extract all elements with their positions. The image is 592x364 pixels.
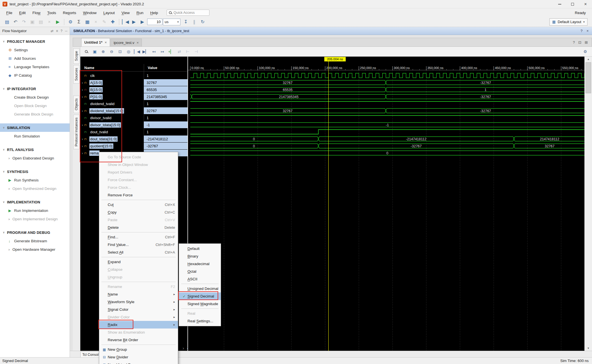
settings-gear-icon[interactable]: ⚙ <box>67 18 74 26</box>
zoom-to-cursor-icon[interactable]: ◎ <box>125 48 132 56</box>
scrollbar-thumb[interactable] <box>586 62 591 93</box>
close-window-button[interactable]: × <box>579 0 592 8</box>
wave-settings-gear-icon[interactable]: ⚙ <box>581 48 589 56</box>
fn-header-project-manager[interactable]: ∨PROJECT MANAGER <box>0 37 70 46</box>
close-tab-icon[interactable]: × <box>105 40 107 45</box>
signal-value-cell[interactable]: 1 <box>144 114 187 121</box>
menu-reports[interactable]: Reports <box>59 10 79 16</box>
fn-item-ip-catalog[interactable]: ◆IP Catalog <box>0 71 70 79</box>
restart-sim-button[interactable]: ▏◀ <box>122 18 129 26</box>
menu-view[interactable]: View <box>118 10 133 16</box>
fn-item-language-templates[interactable]: ≡Language Templates <box>0 63 70 71</box>
signal-value-cell[interactable]: 1 <box>144 128 187 136</box>
snap-left-icon[interactable]: ⊢ <box>184 48 192 56</box>
menu-item-reverse-bit-order[interactable]: Reverse Bit Order <box>99 336 178 344</box>
undo-icon[interactable]: ↶ <box>12 18 19 26</box>
fn-item-add-sources[interactable]: ⊞Add Sources <box>0 54 70 63</box>
maximize-panel-icon[interactable]: ⊞ <box>585 40 588 45</box>
save-waveform-icon[interactable]: ▣ <box>91 48 99 56</box>
signal-value-cell[interactable]: 32767 <box>144 79 187 86</box>
delete-icon[interactable]: × <box>45 18 53 26</box>
copy-icon[interactable]: ▣ <box>28 18 36 26</box>
menu-item-octal[interactable]: Octal <box>179 268 221 275</box>
scroll-left-icon[interactable]: ‹ <box>187 346 188 350</box>
probe-icon[interactable]: ✚ <box>109 18 117 26</box>
tab-ipcore-test-v[interactable]: ipcore_test.v× <box>111 39 142 46</box>
side-tab-protocol-instances[interactable]: Protocol Instances <box>73 115 79 149</box>
menu-item-force-clock[interactable]: Force Clock... <box>99 184 178 191</box>
run-all-button[interactable]: ▶ <box>130 18 138 26</box>
swap-cursors-icon[interactable]: ⇄ <box>175 48 183 56</box>
menu-item-name[interactable]: Name▸ <box>99 290 178 298</box>
menu-item-ungroup[interactable]: Ungroup <box>99 273 178 281</box>
paste-icon[interactable]: ▤ <box>37 18 45 26</box>
fn-item-open-synthesized-design[interactable]: ›Open Synthesized Design <box>0 184 70 193</box>
float-window-icon[interactable]: ⊡ <box>578 40 581 45</box>
layout-select[interactable]: ▦ Default Layout ▾ <box>549 18 587 26</box>
menu-item-paste[interactable]: PasteCtrl+V <box>99 216 178 224</box>
collapse-all-icon[interactable]: ≡ <box>56 29 58 33</box>
menu-file[interactable]: File <box>3 10 16 16</box>
dock-icon[interactable]: ⇄ <box>51 29 54 33</box>
menu-help[interactable]: Help <box>147 10 162 16</box>
menu-item-delete[interactable]: DeleteDelete <box>99 224 178 231</box>
menu-item-rename[interactable]: RenameF2 <box>99 283 178 290</box>
fn-item-generate-bitstream[interactable]: ↓Generate Bitstream <box>0 237 70 245</box>
fn-item-settings[interactable]: ⚙Settings <box>0 46 70 54</box>
help-icon[interactable]: ? <box>580 29 582 33</box>
fn-item-run-synthesis[interactable]: ▶Run Synthesis <box>0 176 70 184</box>
menu-item-waveform-style[interactable]: Waveform Style▸ <box>99 298 178 306</box>
fn-item-run-implementation[interactable]: ▶Run Implementation <box>0 206 70 215</box>
menu-item-hexadecimal[interactable]: Hexadecimal <box>179 260 221 268</box>
relaunch-sim-button[interactable]: ↻ <box>199 18 207 26</box>
menu-item-select-all[interactable]: Select AllCtrl+A <box>99 248 178 256</box>
menu-run[interactable]: Run <box>133 10 147 16</box>
menu-layout[interactable]: Layout <box>100 10 118 16</box>
minimize-window-button[interactable] <box>553 0 566 8</box>
redo-icon[interactable]: ↷ <box>20 18 28 26</box>
signal-value-cell[interactable]: 1 <box>144 100 187 107</box>
zoom-out-icon[interactable]: ⊖ <box>108 48 116 56</box>
sim-run-time-input[interactable] <box>147 19 162 25</box>
menu-item-expand[interactable]: Expand <box>99 258 178 266</box>
scroll-right-icon[interactable]: › <box>183 346 184 350</box>
value-column-header[interactable]: Value <box>144 66 157 70</box>
fn-header-simulation[interactable]: ∨SIMULATION <box>0 123 70 132</box>
fn-header-implementation[interactable]: ∨IMPLEMENTATION <box>0 198 70 206</box>
fn-header-synthesis[interactable]: ∨SYNTHESIS <box>0 167 70 176</box>
run-for-time-button[interactable]: ▶ <box>138 18 146 26</box>
menu-edit[interactable]: Edit <box>16 10 29 16</box>
pause-button[interactable]: ∥ <box>190 18 198 26</box>
menu-item-real[interactable]: Real <box>179 310 221 317</box>
scroll-down-icon[interactable]: ▼ <box>585 346 592 351</box>
signal-value-cell[interactable]: 65535 <box>144 86 187 93</box>
fn-item-open-implemented-design[interactable]: ›Open Implemented Design <box>0 215 70 223</box>
close-icon[interactable]: × <box>586 29 589 33</box>
menu-item-new-group[interactable]: ▦New Group <box>99 346 178 353</box>
tab-untitled-1[interactable]: Untitled 1*× <box>81 38 110 46</box>
menu-item-find[interactable]: Find...Ctrl+F <box>99 233 178 241</box>
fn-item-create-block-design[interactable]: Create Block Design <box>0 93 70 101</box>
waveform-panel[interactable]: 0.000 ns50.000 ns100.000 ns150.000 ns200… <box>187 57 584 351</box>
report-sigma-icon[interactable]: Σ <box>75 18 83 26</box>
signal-value-cell[interactable]: -2147418112 <box>144 136 187 143</box>
menu-item-show-as-enumeration[interactable]: Show as Enumeration <box>99 329 178 336</box>
methodology-icon[interactable]: ▦ <box>83 18 91 26</box>
side-tab-sources[interactable]: Sources <box>73 65 79 84</box>
menu-item-real-settings[interactable]: Real Settings... <box>179 317 221 325</box>
minimize-icon[interactable]: ─ <box>65 29 67 33</box>
menu-item-report-drivers[interactable]: Report Drivers <box>99 168 178 176</box>
menu-window[interactable]: Window <box>79 10 100 16</box>
open-recent-icon[interactable]: ▤ <box>3 18 11 26</box>
menu-item-find-value[interactable]: Find Value...Ctrl+Shift+F <box>99 241 178 248</box>
run-flow-button[interactable]: ▶ <box>54 18 62 26</box>
menu-item-binary[interactable]: Binary <box>179 252 221 260</box>
menu-item-new-virtual-bus[interactable]: ⊞New Virtual Bus <box>99 361 178 364</box>
search-icon[interactable] <box>82 48 90 56</box>
fn-item-open-block-design[interactable]: Open Block Design <box>0 101 70 110</box>
sim-time-unit-select[interactable]: us▾ <box>163 19 180 25</box>
menu-item-force-constant[interactable]: Force Constant... <box>99 176 178 184</box>
menu-item-signal-color[interactable]: Signal Color▸ <box>99 306 178 313</box>
menu-tools[interactable]: Tools <box>44 10 60 16</box>
fn-header-program-and-debug[interactable]: ∨PROGRAM AND DEBUG <box>0 228 70 237</box>
